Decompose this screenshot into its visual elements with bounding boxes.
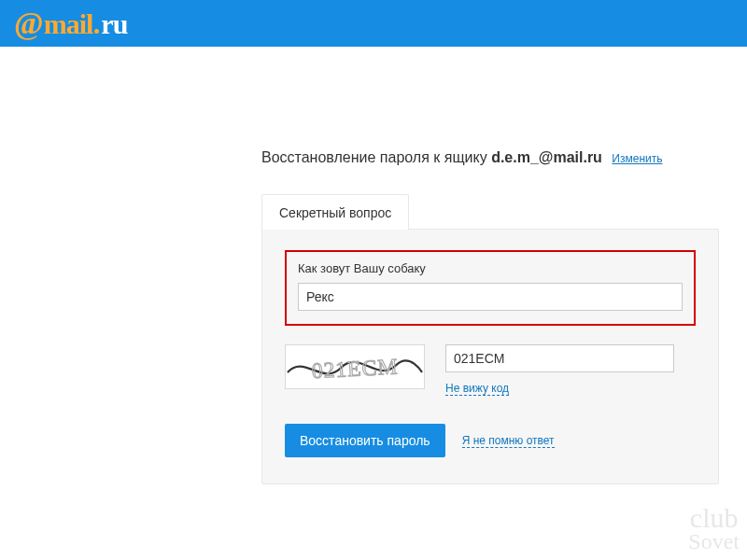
svg-text:021ECM: 021ECM bbox=[311, 354, 399, 383]
forgot-answer-link[interactable]: Я не помню ответ bbox=[462, 434, 555, 448]
title-email: d.e.m_@mail.ru bbox=[491, 149, 602, 165]
secret-question-label: Как зовут Вашу собаку bbox=[298, 261, 683, 275]
question-highlight-box: Как зовут Вашу собаку bbox=[285, 250, 696, 326]
captcha-right-col: Не вижу код bbox=[445, 344, 674, 396]
captcha-image: 021ECM bbox=[285, 344, 425, 389]
change-email-link[interactable]: Изменить bbox=[612, 152, 662, 166]
submit-button[interactable]: Восстановить пароль bbox=[285, 424, 445, 457]
actions-row: Восстановить пароль Я не помню ответ bbox=[285, 424, 696, 457]
tab-area: Секретный вопрос Как зовут Вашу собаку 0… bbox=[261, 194, 747, 484]
logo-dot-icon bbox=[94, 29, 99, 34]
captcha-input[interactable] bbox=[445, 344, 674, 372]
title-prefix: Восстановление пароля к ящику bbox=[261, 149, 491, 165]
main-content: Восстановление пароля к ящику d.e.m_@mai… bbox=[0, 47, 747, 484]
captcha-svg: 021ECM bbox=[286, 344, 424, 389]
form-panel: Как зовут Вашу собаку 021ECM Не вижу код… bbox=[261, 229, 719, 484]
tab-secret-question[interactable]: Секретный вопрос bbox=[261, 194, 409, 230]
mailru-logo[interactable]: @ mail ru bbox=[14, 6, 127, 41]
watermark-line1: club bbox=[688, 507, 740, 529]
captcha-row: 021ECM Не вижу код bbox=[285, 344, 696, 396]
watermark-line2: Sovet bbox=[688, 529, 740, 554]
page-title: Восстановление пароля к ящику d.e.m_@mai… bbox=[261, 149, 747, 166]
secret-answer-input[interactable] bbox=[298, 283, 683, 311]
app-header: @ mail ru bbox=[0, 0, 747, 47]
logo-mail-text: mail bbox=[44, 8, 93, 40]
logo-at-icon: @ bbox=[14, 6, 44, 41]
watermark: club Sovet bbox=[688, 507, 740, 554]
captcha-refresh-link[interactable]: Не вижу код bbox=[445, 382, 509, 396]
logo-ru-text: ru bbox=[101, 8, 127, 40]
